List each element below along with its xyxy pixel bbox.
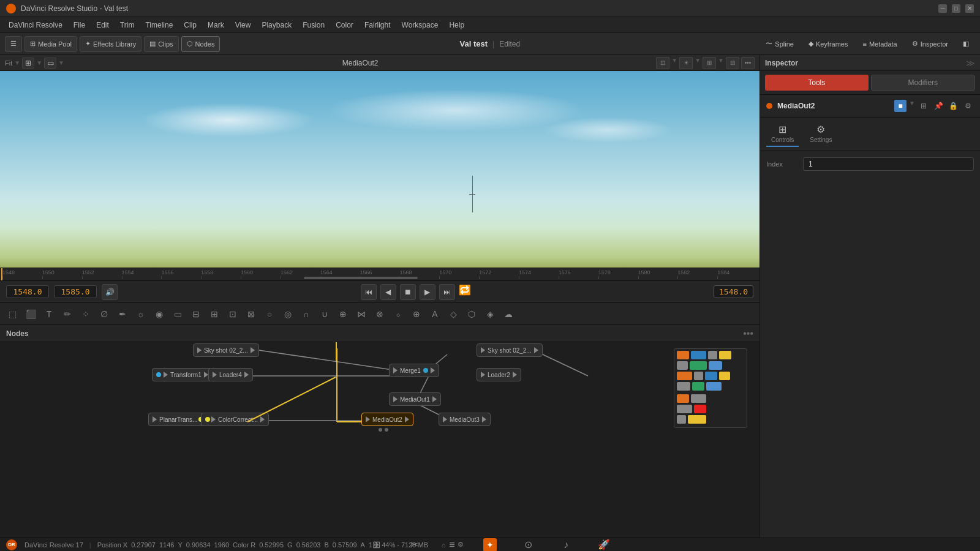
menu-workspace[interactable]: Workspace (397, 20, 443, 31)
tool-text[interactable]: T (40, 305, 58, 323)
inspector-button[interactable]: ⚙ Inspector (906, 36, 954, 52)
tool-rect2[interactable]: ⊟ (187, 305, 205, 323)
go-to-end-button[interactable]: ⏭ (439, 284, 455, 300)
tool-warp[interactable]: ⬦ (390, 305, 407, 323)
node-sky2[interactable]: Sky shot 02_2... (477, 343, 543, 357)
menu-color[interactable]: Color (331, 20, 358, 31)
viewer-size-btn[interactable]: ▭ (44, 58, 56, 69)
tool-tracker[interactable]: ⊕ (334, 305, 352, 323)
inspector-more-btn[interactable]: ≫ (966, 58, 975, 68)
tool-transform[interactable]: ⊞ (206, 305, 223, 323)
inspector-settings-btn[interactable]: ⚙ (962, 100, 974, 112)
menu-clip[interactable]: Clip (179, 20, 202, 31)
tool-cloud[interactable]: ☁ (500, 305, 517, 323)
nav-fusion-btn[interactable]: ✦ (483, 538, 497, 552)
end-timecode[interactable]: 1585.0 (54, 285, 97, 298)
tool-vr[interactable]: ◈ (481, 305, 499, 323)
tool-pen[interactable]: ✒ (114, 305, 131, 323)
tool-color2[interactable]: ◉ (151, 305, 168, 323)
viewer-color-btn[interactable]: ☀ (679, 57, 693, 69)
minimize-button[interactable]: ─ (938, 4, 947, 13)
viewer-mode-btn[interactable]: ⊞ (22, 58, 34, 69)
menu-edit[interactable]: Edit (91, 20, 114, 31)
tool-brush[interactable]: ✏ (59, 305, 76, 323)
inspector-node-dropdown[interactable]: ▼ (909, 100, 915, 112)
tool-brightness[interactable]: ☼ (132, 305, 149, 323)
effects-library-button[interactable]: ✦ Effects Library (80, 36, 141, 52)
menu-trim[interactable]: Trim (115, 20, 140, 31)
tool-ellipse[interactable]: ◎ (279, 305, 296, 323)
play-button[interactable]: ▶ (420, 284, 435, 300)
tab-tools[interactable]: Tools (765, 75, 869, 91)
menu-view[interactable]: View (230, 20, 256, 31)
metadata-button[interactable]: ≡ Metadata (856, 36, 903, 52)
nodes-canvas[interactable]: Sky shot 02_2... Transform1 Loader4 Mer (0, 342, 760, 538)
tool-rect[interactable]: ▭ (169, 305, 186, 323)
inspector-lock-btn[interactable]: 🔒 (947, 100, 959, 112)
node-loader2[interactable]: Loader2 (477, 368, 521, 381)
media-pool-button[interactable]: ⊞ Media Pool (24, 36, 77, 52)
menu-file[interactable]: File (69, 20, 90, 31)
node-mediaout2[interactable]: MediaOut2 (361, 413, 413, 426)
step-back-button[interactable]: ◀ (380, 284, 396, 300)
go-to-start-button[interactable]: ⏮ (361, 284, 377, 300)
viewer-aspect-btn[interactable]: ⊡ (656, 57, 669, 69)
tool-3d-text[interactable]: A (426, 305, 443, 323)
index-value[interactable]: 1 (803, 157, 974, 171)
timeline-scroll[interactable] (304, 277, 418, 279)
tool-mask[interactable]: ∅ (96, 305, 113, 323)
tool-select[interactable]: ⬚ (4, 305, 21, 323)
viewer-layout-btn[interactable]: ⊟ (726, 57, 739, 69)
tool-bezier[interactable]: ∪ (316, 305, 333, 323)
tool-3d-merge[interactable]: ⬡ (463, 305, 480, 323)
tool-scale2[interactable]: ⊠ (243, 305, 260, 323)
toolbar-toggle-panel[interactable]: ☰ (5, 36, 22, 52)
loop-button[interactable]: 🔁 (459, 284, 471, 300)
nav-media-btn[interactable]: ⊞ (369, 538, 383, 552)
menu-playback[interactable]: Playback (257, 20, 296, 31)
tool-stamp[interactable]: ⊕ (408, 305, 425, 323)
node-merge1[interactable]: Merge1 (389, 364, 439, 377)
nav-cut-btn[interactable]: ✂ (407, 538, 421, 552)
menu-help[interactable]: Help (444, 20, 469, 31)
stop-button[interactable]: ⏹ (400, 284, 416, 300)
tool-3d-shape[interactable]: ◇ (445, 305, 462, 323)
start-timecode[interactable]: 1548.0 (6, 285, 49, 298)
playhead[interactable] (1, 268, 2, 280)
window-controls[interactable]: ─ □ ✕ (938, 4, 974, 13)
menu-fairlight[interactable]: Fairlight (360, 20, 396, 31)
menu-fusion[interactable]: Fusion (298, 20, 330, 31)
inspector-copy-btn[interactable]: ⊞ (918, 100, 930, 112)
subtab-settings[interactable]: ⚙ Settings (805, 121, 837, 147)
node-mediaout3[interactable]: MediaOut3 (439, 413, 491, 426)
tool-circle[interactable]: ○ (261, 305, 278, 323)
node-sky1[interactable]: Sky shot 02_2... (193, 343, 259, 357)
menu-timeline[interactable]: Timeline (140, 20, 178, 31)
nav-color-btn[interactable]: ⊙ (521, 538, 535, 552)
node-loader4[interactable]: Loader4 (208, 368, 253, 381)
inspector-pin-btn[interactable]: 📌 (932, 100, 944, 112)
node-transform1[interactable]: Transform1 (152, 368, 213, 381)
keyframes-button[interactable]: ◆ Keyframes (802, 36, 854, 52)
nav-deliver-btn[interactable]: 🚀 (597, 538, 611, 552)
maximize-button[interactable]: □ (952, 4, 960, 13)
nav-edit-btn[interactable]: ≡ (445, 538, 459, 552)
node-colorcorr[interactable]: ColorCorrect... (201, 413, 269, 426)
nodes-more-btn[interactable]: ••• (743, 328, 753, 339)
nodes-button[interactable]: ⬡ Nodes (181, 36, 221, 52)
tool-paint[interactable]: ⬛ (22, 305, 39, 323)
tool-scale[interactable]: ⊡ (224, 305, 241, 323)
menu-davinci-resolve[interactable]: DaVinci Resolve (4, 20, 67, 31)
close-button[interactable]: ✕ (965, 4, 974, 13)
tool-motion[interactable]: ⋈ (353, 305, 370, 323)
tool-curve[interactable]: ∩ (298, 305, 315, 323)
spline-button[interactable]: 〜 Spline (760, 36, 800, 52)
tool-stabilize[interactable]: ⊗ (371, 305, 388, 323)
panel-toggle-right[interactable]: ◧ (957, 36, 975, 52)
viewer-grid-btn[interactable]: ⊞ (703, 57, 716, 69)
subtab-controls[interactable]: ⊞ Controls (766, 121, 799, 147)
tool-particles[interactable]: ⁘ (77, 305, 94, 323)
node-mediaout1[interactable]: MediaOut1 (389, 392, 441, 406)
tab-modifiers[interactable]: Modifiers (871, 75, 976, 91)
nav-fairlight-btn[interactable]: ♪ (559, 538, 573, 552)
